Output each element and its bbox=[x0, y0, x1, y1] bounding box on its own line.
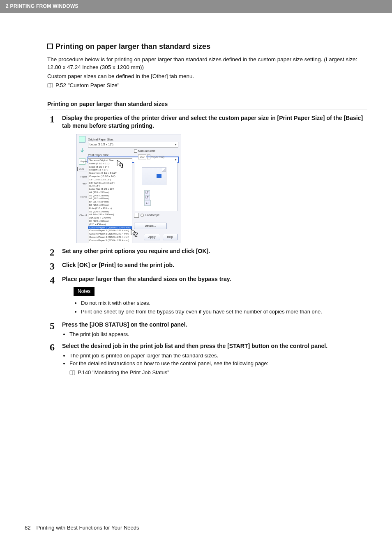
dropdown-item[interactable]: Custom Paper 4 (215.9 x 279.4 mm) bbox=[88, 236, 132, 239]
side-labels: Paper Auto Paper Plain Numb Client1 bbox=[76, 160, 88, 221]
dropdown-item[interactable]: 8K (270 x 390mm) bbox=[88, 220, 132, 223]
dropdown-item[interactable]: 13" LG (8 1/2 x 13") bbox=[88, 178, 132, 182]
step-text: Display the properties of the printer dr… bbox=[62, 114, 367, 130]
step-number: 6 bbox=[47, 342, 55, 376]
dropdown-item[interactable]: Same as Original Size bbox=[88, 159, 132, 162]
preview-sheet bbox=[142, 167, 166, 185]
note-item: Print one sheet by one from the bypass t… bbox=[81, 308, 367, 316]
page-content: Printing on paper larger than standard s… bbox=[0, 13, 392, 393]
preview-blue bbox=[157, 174, 161, 178]
book-icon bbox=[69, 370, 75, 375]
dropdown-item[interactable]: Custom Paper 6 (215.9 x 279.4 mm) bbox=[88, 242, 132, 243]
step5-bullets: The print job list appears. bbox=[69, 330, 367, 339]
stepper-icon bbox=[147, 154, 150, 159]
paper-size-dropdown[interactable]: Same as Original SizeLetter (8 1/2 x 11"… bbox=[88, 158, 132, 243]
dropdown-item[interactable]: Statement (5 1/2 x 8 1/2") bbox=[88, 172, 132, 175]
dropdown-item[interactable]: 16K (195 x 270mm) bbox=[88, 216, 132, 220]
dropdown-item[interactable]: B5 (182 x 257mm) bbox=[88, 204, 132, 207]
preview-pane: LT LT LT bbox=[134, 162, 178, 211]
side-plain: Plain bbox=[76, 182, 88, 185]
step-number: 5 bbox=[47, 321, 55, 338]
lt-badge: LT bbox=[144, 195, 150, 200]
step-6: 6 Select the desired job in the print jo… bbox=[47, 342, 367, 376]
intro-line-2: Custom paper sizes can be defined in the… bbox=[47, 73, 367, 81]
reference-text[interactable]: P.140 "Monitoring the Print Job Status" bbox=[78, 368, 169, 377]
side-numb: Numb bbox=[76, 195, 88, 198]
landscape-label: Landscape bbox=[145, 213, 159, 217]
page-number: 82 bbox=[25, 524, 30, 532]
dropdown-item[interactable]: Computer (10 1/8 x 14") bbox=[88, 175, 132, 178]
driver-screenshot: Paper Auto Paper Plain Numb Client1 Orig… bbox=[76, 134, 181, 243]
reference-text[interactable]: P.52 "Custom Paper Size" bbox=[55, 82, 120, 90]
callout-2: 2 bbox=[135, 230, 138, 239]
dropdown-item[interactable]: A5 (148 x 210mm) bbox=[88, 194, 132, 198]
dropdown-item[interactable]: Custom Paper 1 (210.0 x 1200.0 mm) bbox=[88, 226, 132, 230]
dropdown-item[interactable]: Custom Paper 2 (215.9 x 279.4 mm) bbox=[88, 229, 132, 233]
section-title: Printing on paper larger than standard s… bbox=[47, 41, 367, 52]
dropdown-item[interactable]: Custom Paper 5 (215.9 x 279.4 mm) bbox=[88, 239, 132, 242]
dropdown-item[interactable]: (12 x 18") bbox=[88, 184, 132, 188]
landscape-radio[interactable] bbox=[141, 214, 144, 217]
scale-range: %(25-400) bbox=[151, 155, 165, 159]
manual-scale-check[interactable]: Manual Scale: bbox=[134, 149, 178, 153]
orig-paper-field[interactable]: Letter (8 1/2 x 11") ▾ bbox=[88, 142, 178, 147]
dropdown-item[interactable]: (320 x 450mm) bbox=[88, 223, 132, 226]
step-text: Place paper larger than the standard siz… bbox=[62, 275, 367, 283]
orientation-row[interactable]: Landscape bbox=[134, 213, 178, 218]
fold-corner-icon bbox=[162, 168, 166, 172]
dialog-buttons: Apply Help bbox=[144, 234, 178, 240]
list-square-icon bbox=[47, 44, 53, 49]
step6-bullets: The print job is printed on paper larger… bbox=[69, 352, 367, 377]
manual-scale-label: Manual Scale: bbox=[138, 149, 156, 153]
dropdown-item[interactable]: Letter (8 1/2 x 11") bbox=[88, 162, 132, 166]
help-button[interactable]: Help bbox=[163, 234, 178, 240]
subheading: Printing on paper larger than standard s… bbox=[47, 100, 367, 111]
dropdown-item[interactable]: A4 Tab (210 x 297mm) bbox=[88, 213, 132, 216]
lt-badge: LT bbox=[144, 190, 150, 195]
dropdown-item[interactable]: A6 (105 x 148mm) bbox=[88, 210, 132, 214]
notes-list: Do not mix it with other sizes. Print on… bbox=[81, 299, 367, 316]
lt-badge: LT bbox=[144, 200, 151, 206]
scale-spinner[interactable]: 100 %(25-400) bbox=[138, 154, 178, 159]
side-client: Client1 bbox=[76, 214, 88, 217]
chevron-down-icon: ▾ bbox=[175, 143, 177, 147]
step-text: Select the desired job in the print job … bbox=[62, 342, 367, 350]
note-item: Do not mix it with other sizes. bbox=[81, 299, 367, 307]
intro-block: The procedure below is for printing on p… bbox=[47, 56, 367, 90]
down-arrow-icon bbox=[80, 148, 84, 152]
step-4: 4 Place paper larger than the standard s… bbox=[47, 275, 367, 317]
header-bar: 2 PRINTING FROM WINDOWS bbox=[0, 0, 392, 13]
step-number: 4 bbox=[47, 275, 55, 317]
dropdown-item[interactable]: Ledger (11 x 17") bbox=[88, 168, 132, 172]
dropdown-item[interactable]: A4 (210 x 297mm) bbox=[88, 191, 132, 194]
step-text: Set any other print options you require … bbox=[62, 247, 367, 255]
book-icon bbox=[47, 83, 53, 88]
breadcrumb: 2 PRINTING FROM WINDOWS bbox=[6, 3, 78, 9]
step-text: Click [OK] or [Print] to send the print … bbox=[62, 261, 367, 269]
step-1: 1 Display the properties of the printer … bbox=[47, 114, 367, 130]
orig-size-icon bbox=[79, 136, 85, 143]
dropdown-item[interactable]: A3 (297 x 420mm) bbox=[88, 197, 132, 200]
details-button[interactable]: Details... bbox=[134, 223, 167, 229]
bullet-item: The print job list appears. bbox=[69, 330, 367, 339]
reference-row: P.140 "Monitoring the Print Job Status" bbox=[69, 368, 367, 377]
step-text: Press the [JOB STATUS] on the control pa… bbox=[62, 321, 367, 329]
bullet-text: For the detailed instructions on how to … bbox=[69, 360, 268, 366]
bullet-item: The print job is printed on paper larger… bbox=[69, 352, 367, 360]
step-number: 1 bbox=[47, 114, 55, 130]
apply-button[interactable]: Apply bbox=[144, 234, 160, 240]
dropdown-item[interactable]: Legal (8 1/2 x 14") bbox=[88, 166, 132, 169]
dropdown-item[interactable]: Custom Paper 3 (215.9 x 279.4 mm) bbox=[88, 233, 132, 236]
dropdown-item[interactable]: B4 (257 x 364mm) bbox=[88, 200, 132, 204]
scale-value: 100 bbox=[138, 154, 146, 159]
dropdown-item[interactable]: Letter Tab (8 1/2 x 11") bbox=[88, 188, 132, 191]
notes-label: Notes bbox=[74, 287, 95, 296]
orig-paper-value: Letter (8 1/2 x 11") bbox=[90, 143, 113, 147]
dropdown-item[interactable]: Folio (210 x 330mm) bbox=[88, 207, 132, 210]
dropdown-item[interactable]: 8.5" SQ (8 1/2 x 8 1/2") bbox=[88, 182, 132, 185]
intro-line-1: The procedure below is for printing on p… bbox=[47, 56, 367, 71]
reference-row: P.52 "Custom Paper Size" bbox=[47, 82, 367, 90]
side-paper: Paper bbox=[76, 160, 88, 163]
orig-paper-label: Original Paper Size: bbox=[88, 138, 178, 142]
step-2: 2 Set any other print options you requir… bbox=[47, 247, 367, 257]
